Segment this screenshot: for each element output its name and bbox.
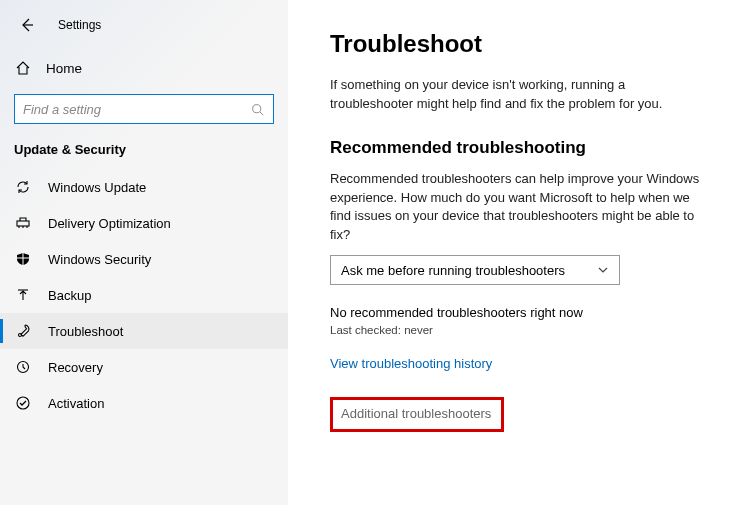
delivery-icon	[14, 215, 32, 231]
sidebar-item-recovery[interactable]: Recovery	[0, 349, 288, 385]
sidebar-item-delivery-optimization[interactable]: Delivery Optimization	[0, 205, 288, 241]
recommended-heading: Recommended troubleshooting	[330, 138, 714, 158]
shield-icon	[14, 251, 32, 267]
sidebar-item-label: Activation	[48, 396, 104, 411]
titlebar: Settings	[0, 10, 288, 44]
nav-list: Windows Update Delivery Optimization Win…	[0, 169, 288, 421]
sidebar: Settings Home Update & Security Windows …	[0, 0, 288, 505]
svg-point-0	[253, 104, 261, 112]
recommended-dropdown[interactable]: Ask me before running troubleshooters	[330, 255, 620, 285]
home-label: Home	[46, 61, 82, 76]
svg-rect-1	[17, 221, 29, 226]
home-button[interactable]: Home	[0, 52, 288, 84]
sidebar-item-label: Troubleshoot	[48, 324, 123, 339]
svg-point-2	[19, 334, 22, 337]
sidebar-item-troubleshoot[interactable]: Troubleshoot	[0, 313, 288, 349]
sidebar-item-label: Recovery	[48, 360, 103, 375]
section-header: Update & Security	[0, 142, 288, 169]
back-button[interactable]	[18, 16, 36, 34]
sidebar-item-windows-update[interactable]: Windows Update	[0, 169, 288, 205]
sidebar-item-label: Windows Security	[48, 252, 151, 267]
additional-highlight: Additional troubleshooters	[330, 397, 504, 432]
search-box[interactable]	[14, 94, 274, 124]
svg-point-4	[17, 397, 29, 409]
recommended-desc: Recommended troubleshooters can help imp…	[330, 170, 710, 245]
wrench-icon	[14, 323, 32, 339]
page-title: Troubleshoot	[330, 30, 714, 58]
search-input[interactable]	[23, 102, 251, 117]
sync-icon	[14, 179, 32, 195]
dropdown-value: Ask me before running troubleshooters	[341, 263, 565, 278]
additional-troubleshooters-link[interactable]: Additional troubleshooters	[341, 406, 491, 421]
intro-text: If something on your device isn't workin…	[330, 76, 710, 114]
sidebar-item-label: Delivery Optimization	[48, 216, 171, 231]
home-icon	[14, 60, 32, 76]
sidebar-item-activation[interactable]: Activation	[0, 385, 288, 421]
recovery-icon	[14, 359, 32, 375]
search-icon	[251, 103, 265, 116]
window-title: Settings	[58, 18, 101, 32]
check-circle-icon	[14, 395, 32, 411]
chevron-down-icon	[597, 264, 609, 276]
sidebar-item-backup[interactable]: Backup	[0, 277, 288, 313]
no-recommended-text: No recommended troubleshooters right now	[330, 305, 714, 320]
main-content: Troubleshoot If something on your device…	[288, 0, 750, 505]
history-link[interactable]: View troubleshooting history	[330, 356, 492, 371]
sidebar-item-label: Backup	[48, 288, 91, 303]
sidebar-item-windows-security[interactable]: Windows Security	[0, 241, 288, 277]
backup-icon	[14, 287, 32, 303]
sidebar-item-label: Windows Update	[48, 180, 146, 195]
arrow-left-icon	[19, 17, 35, 33]
last-checked-text: Last checked: never	[330, 324, 714, 336]
